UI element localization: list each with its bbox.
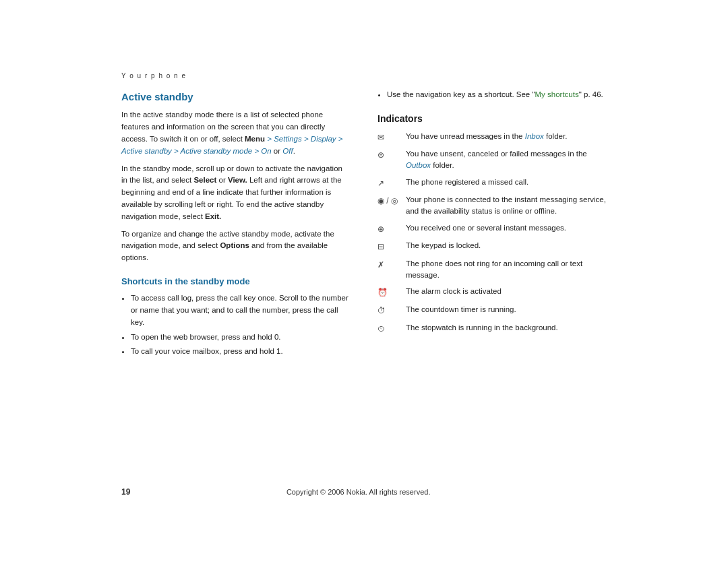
indicator-text: The phone does not ring for an incoming …	[406, 258, 607, 282]
or2-text: or	[216, 176, 228, 184]
shortcut-item-3: To call your voice mailbox, press and ho…	[131, 346, 351, 358]
page: Y o u r p h o n e Active standby In the …	[88, 45, 640, 517]
indicator-icon: ⊟	[377, 240, 399, 253]
active-standby-p1: In the active standby mode there is a li…	[121, 109, 351, 157]
nav-text-start: Use the navigation key as a shortcut. Se…	[387, 90, 535, 98]
shortcuts-heading: Shortcuts in the standby mode	[121, 275, 351, 288]
active-standby-p3: To organize and change the active standb…	[121, 228, 351, 264]
indicator-text: The countdown timer is running.	[406, 304, 607, 315]
indicators-section: Indicators ✉You have unread messages in …	[377, 112, 607, 335]
indicator-text: The phone registered a missed call.	[406, 177, 607, 188]
indicator-text: You have unsent, canceled or failed mess…	[406, 148, 607, 172]
left-column: Active standby In the active standby mod…	[121, 89, 351, 467]
indicator-row: ⏲The stopwatch is running in the backgro…	[377, 322, 607, 336]
shortcut-item-2: To open the web browser, press and hold …	[131, 332, 351, 344]
menu-bold: Menu	[245, 135, 265, 143]
indicator-row: ◉ / ◎Your phone is connected to the inst…	[377, 194, 607, 218]
indicator-text: You received one or several instant mess…	[406, 222, 607, 234]
indicators-heading: Indicators	[377, 112, 607, 127]
shortcuts-list: To access call log, press the call key o…	[131, 292, 351, 358]
indicator-text: You have unread messages in the Inbox fo…	[406, 131, 607, 142]
indicator-text: Your phone is connected to the instant m…	[406, 194, 607, 218]
indicator-icon: ◉ / ◎	[377, 194, 399, 208]
indicator-icon: ↗	[377, 177, 399, 190]
indicator-row: ✗The phone does not ring for an incoming…	[377, 258, 607, 282]
view-bold: View.	[228, 176, 247, 184]
indicator-row: ⏰The alarm clock is activated	[377, 286, 607, 299]
indicator-row: ⏱The countdown timer is running.	[377, 304, 607, 317]
on-link: On	[261, 147, 271, 155]
indicator-row: ↗The phone registered a missed call.	[377, 177, 607, 190]
indicators-container: ✉You have unread messages in the Inbox f…	[377, 131, 607, 336]
indicator-row: ⊟The keypad is locked.	[377, 240, 607, 253]
indicator-text: The keypad is locked.	[406, 240, 607, 251]
columns: Active standby In the active standby mod…	[121, 89, 607, 467]
indicator-row: ✉You have unread messages in the Inbox f…	[377, 131, 607, 144]
active-standby-heading: Active standby	[121, 89, 351, 104]
section-label: Y o u r p h o n e	[121, 72, 607, 80]
my-shortcuts-link[interactable]: My shortcuts	[535, 90, 579, 98]
nav-shortcut-item: Use the navigation key as a shortcut. Se…	[387, 89, 607, 101]
indicator-icon: ⊜	[377, 148, 399, 162]
indicator-icon: ⏲	[377, 322, 399, 336]
footer: 19 Copyright © 2006 Nokia. All rights re…	[121, 480, 607, 497]
active-standby-p2: In the standby mode, scroll up or down t…	[121, 163, 351, 223]
exit-bold: Exit.	[205, 212, 221, 220]
off-link: Off	[282, 147, 293, 155]
indicator-icon: ✉	[377, 131, 399, 144]
shortcut-item-1: To access call log, press the call key o…	[131, 292, 351, 328]
nav-text-end: " p. 46.	[579, 90, 603, 98]
select-bold: Select	[193, 176, 216, 184]
indicator-text: The alarm clock is activated	[406, 286, 607, 297]
right-column: Use the navigation key as a shortcut. Se…	[377, 89, 607, 467]
indicator-icon: ⏰	[377, 286, 399, 299]
options-bold: Options	[220, 241, 249, 249]
indicator-row: ⊕You received one or several instant mes…	[377, 222, 607, 236]
indicator-row: ⊜You have unsent, canceled or failed mes…	[377, 148, 607, 172]
copyright: Copyright © 2006 Nokia. All rights reser…	[286, 488, 431, 496]
indicator-icon: ✗	[377, 258, 399, 272]
or-text: or	[272, 147, 283, 155]
nav-shortcut-list: Use the navigation key as a shortcut. Se…	[387, 89, 607, 101]
indicator-text: The stopwatch is running in the backgrou…	[406, 322, 607, 334]
page-number: 19	[121, 487, 130, 497]
indicator-icon: ⊕	[377, 222, 399, 236]
indicator-icon: ⏱	[377, 304, 399, 317]
